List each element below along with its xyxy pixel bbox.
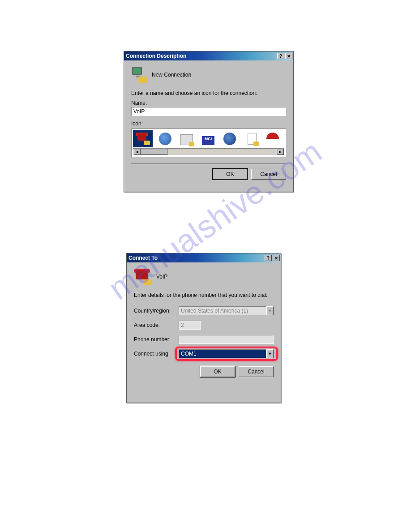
close-button[interactable]: ✕ <box>285 53 292 59</box>
country-label: Country/region: <box>134 308 179 314</box>
icon-picker: MCI ◄ ► <box>131 129 286 157</box>
name-input[interactable] <box>131 107 286 116</box>
icon-option-umbrella[interactable] <box>262 130 282 147</box>
chevron-down-icon[interactable]: ▼ <box>266 349 274 358</box>
instruction-text: Enter details for the phone number that … <box>134 292 274 298</box>
icon-option-earth[interactable] <box>219 130 239 147</box>
separator <box>131 163 286 164</box>
ok-button[interactable]: OK <box>213 169 248 180</box>
dialog-header: VoIP <box>156 274 167 280</box>
icon-option-newspaper[interactable] <box>176 130 196 147</box>
icon-scrollbar[interactable]: ◄ ► <box>133 148 284 155</box>
connection-description-dialog: Connection Description ? ✕ New Connectio… <box>124 51 294 192</box>
country-combo: ▼ <box>179 306 274 315</box>
scroll-track[interactable] <box>141 149 277 155</box>
connect-using-label: Connect using <box>134 351 179 357</box>
scroll-thumb[interactable] <box>141 149 167 155</box>
close-button[interactable]: ✕ <box>273 255 280 261</box>
connect-to-dialog: Connect To ? ✕ VoIP Enter details for th… <box>126 253 281 403</box>
icon-option-mci[interactable]: MCI <box>197 130 217 147</box>
icon-option-phone-red[interactable] <box>133 130 153 147</box>
country-field <box>179 306 266 315</box>
name-label: Name: <box>131 100 286 106</box>
scroll-right-icon[interactable]: ► <box>277 149 284 155</box>
cancel-button[interactable]: Cancel <box>239 366 274 377</box>
titlebar: Connect To ? ✕ <box>127 253 281 262</box>
help-button[interactable]: ? <box>265 255 272 261</box>
icon-option-document[interactable] <box>240 130 260 147</box>
ok-button[interactable]: OK <box>200 366 235 377</box>
phone-label: Phone number: <box>134 336 179 343</box>
phone-number-field <box>179 335 274 344</box>
scroll-left-icon[interactable]: ◄ <box>133 149 141 155</box>
dialog-title: Connect To <box>128 255 264 261</box>
cancel-button[interactable]: Cancel <box>251 169 286 180</box>
area-code-field <box>179 321 201 330</box>
connection-icon <box>134 269 152 285</box>
titlebar: Connection Description ? ✕ <box>124 51 293 60</box>
help-button[interactable]: ? <box>277 53 284 59</box>
new-connection-icon <box>131 67 147 83</box>
chevron-down-icon: ▼ <box>266 306 274 315</box>
area-label: Area code: <box>134 322 179 328</box>
connect-using-combo[interactable]: ▼ <box>179 349 274 358</box>
dialog-header: New Connection <box>152 72 191 78</box>
connect-using-field[interactable] <box>179 349 266 358</box>
dialog-title: Connection Description <box>126 53 276 59</box>
icon-option-globe-lines[interactable] <box>154 130 174 147</box>
instruction-text: Enter a name and choose an icon for the … <box>131 90 286 96</box>
icon-label: Icon: <box>131 120 286 127</box>
